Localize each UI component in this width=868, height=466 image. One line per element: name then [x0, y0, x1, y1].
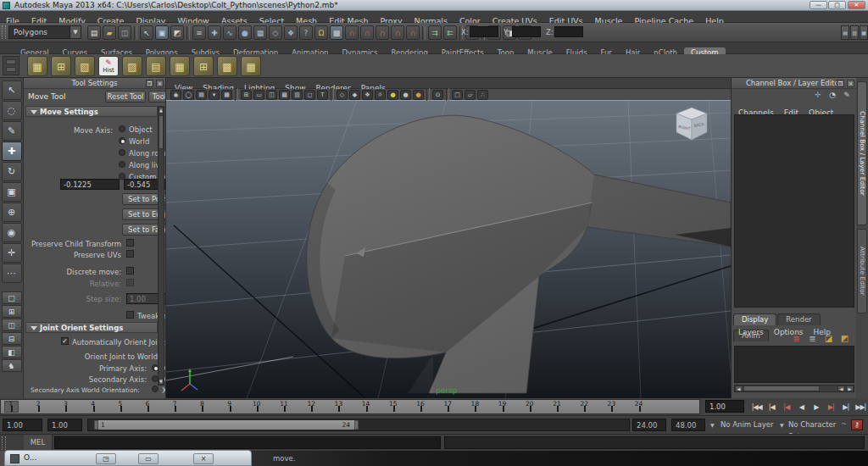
- custom-shelf-item-2[interactable]: ⊞: [51, 56, 71, 76]
- show-manipulator-icon[interactable]: ✛: [2, 243, 22, 263]
- select-tool-icon[interactable]: ↖: [2, 80, 22, 100]
- xray-cube-icon[interactable]: □: [452, 90, 463, 100]
- select-deformations-icon[interactable]: ▦: [253, 25, 267, 40]
- bookmarks-icon[interactable]: ▾: [209, 90, 220, 100]
- new-empty-layer-icon[interactable]: ≣: [790, 333, 803, 344]
- tool-settings-header[interactable]: Tool Settings ❐ ✕: [24, 78, 165, 89]
- file-new-icon[interactable]: ▤: [87, 25, 101, 40]
- new-layer-from-selected-icon[interactable]: ◪: [822, 333, 835, 344]
- go-to-end-button[interactable]: ▶▶|: [854, 403, 868, 411]
- scroll-down-icon[interactable]: ▼: [159, 378, 164, 385]
- time-ruler[interactable]: 123456789101112131415161718192021222324: [0, 399, 700, 414]
- side-tab-attribute-editor[interactable]: Attribute Editor: [857, 229, 867, 313]
- grid-toggle-icon[interactable]: ⊞: [241, 90, 252, 100]
- speed-dial-icon[interactable]: ◔: [826, 90, 838, 101]
- overlay-maximize-button[interactable]: ▭: [138, 453, 159, 464]
- move-axis-radio-object[interactable]: [119, 125, 125, 132]
- anim-layer-selector[interactable]: No Anim Layer: [721, 419, 780, 431]
- playback-start-input[interactable]: 1.00: [47, 419, 82, 431]
- plugin-share-icon[interactable]: ∴: [477, 90, 488, 100]
- channel-box-header[interactable]: Channel Box / Layer Editor ❐ ✕: [732, 78, 856, 89]
- two-pane-layout-icon[interactable]: ◫: [2, 319, 22, 331]
- side-tab-channel-box-layer-editor[interactable]: Channel Box / Layer Editor: [857, 81, 867, 225]
- auto-orient-checkbox[interactable]: ✓: [61, 337, 69, 345]
- file-save-icon[interactable]: ◫: [118, 25, 131, 40]
- auto-keyframe-toggle[interactable]: ⚷: [851, 419, 863, 430]
- output-connections-icon[interactable]: ⇇: [443, 25, 457, 40]
- step-back-key-button[interactable]: |◀: [779, 403, 794, 411]
- minimize-button[interactable]: —: [810, 1, 827, 9]
- gate-mask-icon[interactable]: ▩: [279, 90, 290, 100]
- restore-panel-icon[interactable]: ❐: [837, 80, 844, 87]
- camera-attributes-icon[interactable]: ▤: [196, 90, 207, 100]
- select-surfaces-icon[interactable]: ●: [238, 25, 252, 40]
- status-line-grip[interactable]: [2, 25, 6, 39]
- tool-help-button[interactable]: Tool Help: [148, 91, 166, 103]
- snap-to-projected-center-icon[interactable]: ∩: [391, 25, 404, 40]
- play-forwards-button[interactable]: ▶: [809, 403, 824, 411]
- step-forward-key-button[interactable]: ▶|: [824, 403, 839, 411]
- scroll-left-icon[interactable]: ◀: [735, 386, 743, 391]
- close-panel-icon[interactable]: ✕: [156, 80, 164, 87]
- step-back-frame-button[interactable]: |◀: [765, 403, 780, 411]
- lasso-select-tool-icon[interactable]: ◌: [2, 101, 22, 120]
- scroll-left2-icon[interactable]: ◀: [837, 386, 845, 391]
- make-live-icon[interactable]: ▩: [330, 25, 343, 40]
- overlay-close-button[interactable]: ×: [193, 453, 214, 464]
- snap-to-view-plane-icon[interactable]: ∩: [406, 25, 420, 40]
- split-pane-layout-icon[interactable]: ⊟: [2, 332, 22, 345]
- select-dynamics-icon[interactable]: ◇: [269, 25, 282, 40]
- custom-shelf-item-5[interactable]: ▨: [122, 56, 142, 76]
- move-axis-radio-along-live-object-axis[interactable]: [119, 161, 125, 168]
- step-forward-frame-button[interactable]: ▶|: [838, 403, 854, 411]
- scroll-up-icon[interactable]: ▲: [159, 107, 164, 114]
- highlight-selection-icon[interactable]: ≡: [192, 25, 206, 40]
- snap-to-curve-icon[interactable]: ∩: [360, 25, 374, 40]
- lock-camera-icon[interactable]: ◯: [183, 90, 194, 100]
- snap-to-grid-icon[interactable]: ∩: [345, 25, 359, 40]
- chevron-down-icon[interactable]: ▼: [710, 422, 715, 428]
- go-to-start-button[interactable]: |◀◀: [749, 403, 765, 411]
- mel-toggle[interactable]: MEL: [24, 435, 53, 452]
- character-set-selector[interactable]: No Character Set: [788, 419, 841, 431]
- image-plane-icon[interactable]: ▦: [221, 90, 232, 100]
- four-pane-layout-icon[interactable]: ⊞: [2, 305, 22, 318]
- scroll-right-icon[interactable]: ▶: [846, 386, 854, 391]
- command-line-grip[interactable]: [2, 436, 6, 450]
- shelf-menu-icon[interactable]: [6, 59, 16, 64]
- animation-end-input[interactable]: 48.00: [671, 419, 705, 431]
- show-attribute-editor-toggle[interactable]: ▤: [841, 25, 849, 40]
- current-time-input[interactable]: 1.00: [705, 400, 744, 413]
- flat-material-sphere-icon[interactable]: ●: [400, 90, 411, 100]
- preserve-child-checkbox[interactable]: [126, 239, 134, 247]
- custom-shelf-item-6[interactable]: ▤: [146, 56, 166, 76]
- field-chart-icon[interactable]: ▥: [292, 90, 303, 100]
- layer-hscrollbar[interactable]: ◀ ◀ ▶: [734, 385, 854, 392]
- mel-input-field[interactable]: [54, 436, 441, 449]
- close-panel-icon[interactable]: ✕: [847, 80, 854, 87]
- perspective-viewport[interactable]: ViewShadingLightingShowRendererPanels ◉◯…: [166, 78, 731, 398]
- select-curves-icon[interactable]: ∿: [223, 25, 236, 40]
- playback-range-bar[interactable]: 1 24: [94, 420, 359, 430]
- play-backwards-button[interactable]: ◀: [794, 403, 810, 411]
- outliner-persp-layout-icon[interactable]: ◧: [2, 346, 22, 358]
- soft-modification-icon[interactable]: ◉: [2, 223, 22, 242]
- channel-list-empty[interactable]: [734, 114, 854, 308]
- tool-settings-vscrollbar[interactable]: ▲ ▼: [158, 106, 164, 386]
- overlay-window-titlebar[interactable]: O... ◳ ▭ ×: [4, 450, 252, 466]
- range-end-handle[interactable]: [354, 420, 359, 430]
- scrollbar-thumb[interactable]: [743, 386, 820, 391]
- range-track[interactable]: 1 24: [87, 419, 630, 431]
- secondary-world-x-radio[interactable]: [152, 386, 159, 392]
- custom-shelf-item-7[interactable]: ▦: [170, 56, 190, 76]
- show-channel-box-toggle[interactable]: ▦: [860, 25, 868, 40]
- layer-list-empty[interactable]: [734, 346, 854, 383]
- select-hierarchy-icon[interactable]: ↖: [140, 25, 153, 40]
- safe-action-icon[interactable]: ◻: [304, 90, 315, 100]
- range-start-handle[interactable]: [94, 420, 98, 430]
- select-object-icon[interactable]: ▣: [155, 25, 169, 40]
- input-connections-icon[interactable]: ⇉: [428, 25, 442, 40]
- playback-end-input[interactable]: 24.00: [632, 419, 666, 431]
- viewport-canvas[interactable]: RIGHT BACK persp: [166, 101, 731, 398]
- animation-start-input[interactable]: 1.00: [3, 419, 42, 431]
